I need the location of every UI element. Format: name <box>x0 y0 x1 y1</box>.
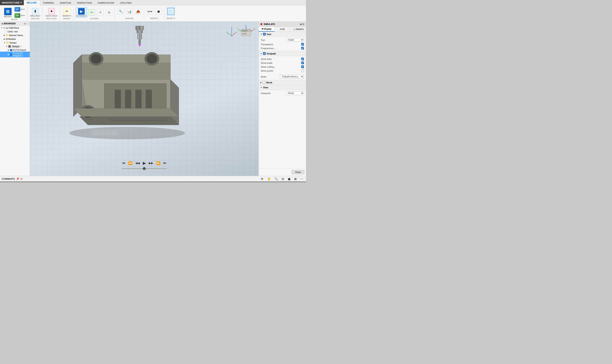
tree-item-face[interactable]: ▶ 🔵 [T171] Face2 <box>0 48 30 52</box>
svg-line-35 <box>226 32 232 36</box>
statistics-tab-label: Statistics <box>296 28 304 30</box>
comments-expand-icon[interactable]: ⊟ <box>20 177 23 180</box>
tool-library[interactable]: 🔧 <box>117 7 125 15</box>
show-leads-checkbox[interactable] <box>301 62 304 64</box>
playback-slider[interactable] <box>122 167 167 170</box>
viewpoint-select[interactable]: Model Top Front Side <box>286 91 304 95</box>
grid-button[interactable]: ⊞ <box>293 177 298 181</box>
template-button[interactable]: ⧉ <box>105 8 113 16</box>
svg-text:BACK: BACK <box>243 30 247 32</box>
tree-item-cam-root[interactable]: ▼ 👁 🗂 CAM Root <box>0 26 30 30</box>
orbit-button[interactable]: ⟳ <box>260 177 264 181</box>
gcode-button[interactable]: G1 <box>88 8 96 16</box>
setups-icon: 📁 <box>6 41 9 44</box>
drilling-button[interactable]: ⬇ DRILLING ▾ <box>29 7 41 18</box>
rewind-to-start-button[interactable]: ⏮ <box>122 161 126 165</box>
browser-tree: ▼ 👁 🗂 CAM Root 📄 Units: mm ▶ 📁 Named Vie… <box>0 26 30 176</box>
tool-label: Tool <box>261 39 265 41</box>
tab-display[interactable]: 👁 Display <box>259 27 275 32</box>
machine-library[interactable]: 📊 <box>126 7 133 15</box>
tree-item-setups[interactable]: ▼ 📁 Setups <box>0 41 30 45</box>
view-cube[interactable]: X Y Z BACK LEFT <box>237 25 255 43</box>
comments-bar: COMMENTS 📌 ⊟ ⟳ ✋ 🔍 ⊡ ▣ ⊞ ⋯ <box>0 176 306 182</box>
next-step-button[interactable]: ⏩ <box>156 161 161 166</box>
tab-milling[interactable]: MILLING <box>24 0 40 5</box>
browser-pin-icon[interactable]: ⊟ <box>24 23 26 25</box>
panel-expand-icon[interactable]: ⊞ <box>302 23 304 26</box>
face-icon: 🔵 <box>10 49 12 51</box>
transparent-checkbox[interactable] <box>301 43 304 46</box>
view-section-header[interactable]: ▼ View <box>259 85 306 90</box>
browser-menu-icon[interactable]: ⋯ <box>27 23 28 25</box>
tab-turning[interactable]: TURNING <box>40 1 57 5</box>
stock-expand-icon: ▶ <box>260 81 262 84</box>
prev-step-button[interactable]: ⏪ <box>128 161 133 166</box>
mode-label: Mode <box>261 76 266 78</box>
svg-point-18 <box>91 54 101 63</box>
select-button[interactable]: ⬚ <box>167 7 175 15</box>
simulate-action[interactable]: ▶ ACTIONS ▾ <box>76 7 87 18</box>
setup-button[interactable]: S SETUP ▾ <box>3 7 13 18</box>
toolpath-section-header[interactable]: ▼ Toolpath <box>259 51 306 56</box>
play-button[interactable]: ▶ <box>142 160 146 166</box>
toolpath-section-checkbox[interactable] <box>263 52 266 55</box>
tab-fabrication[interactable]: FABRICATION <box>95 1 117 5</box>
comments-pin-icon[interactable]: 📌 <box>16 177 19 180</box>
tree-item-adaptive[interactable]: ▶ 🔵 [T114] 2D Adaptive1 <box>0 52 30 57</box>
part-3d-view: |||||||||||||||| <box>51 38 206 141</box>
svg-marker-23 <box>73 108 179 117</box>
nc-button[interactable]: ≡ <box>97 8 104 16</box>
visibility-icon[interactable]: 👁 <box>3 27 5 29</box>
svg-rect-15 <box>135 90 141 108</box>
modify-button[interactable]: ✂ MODIFY ▾ <box>62 7 72 18</box>
fit-button[interactable]: ⊡ <box>281 177 285 181</box>
zoom-button[interactable]: 🔍 <box>273 177 279 181</box>
step-back-button[interactable]: ◀◀ <box>135 161 140 165</box>
browser-collapse-icon[interactable]: ◀ <box>1 23 3 25</box>
close-button[interactable]: Close <box>292 170 304 174</box>
show-points-checkbox[interactable] <box>301 69 304 72</box>
2d-button[interactable]: 2D 2D ▾ <box>14 6 26 12</box>
tree-item-units[interactable]: 📄 Units: mm <box>0 30 30 33</box>
slider-thumb[interactable] <box>143 167 146 170</box>
tool-section-header[interactable]: ▼ Tool <box>259 32 306 37</box>
tool-select[interactable]: Holder Tool None <box>286 38 304 42</box>
setup1-icon: ⚙ <box>8 45 11 48</box>
close-button-container: Close <box>259 168 306 176</box>
svg-point-2 <box>69 127 185 139</box>
step-fwd-button[interactable]: ▶▶ <box>148 161 154 165</box>
measure-button[interactable]: ⟺ <box>146 7 154 15</box>
tree-item-setup1[interactable]: ▼ ⚙ Setup1 ● <box>0 45 30 48</box>
viewport[interactable]: |||||||||||||||| <box>30 22 258 176</box>
tab-inspection[interactable]: INSPECTION <box>74 1 95 5</box>
mode-row: Mode Toolpath before p... Full toolpath … <box>261 74 304 79</box>
post-library[interactable]: 📤 <box>134 7 142 15</box>
multiaxis-button[interactable]: ✦ MULTI-AXIS ▾ <box>45 7 58 18</box>
manufacture-button[interactable]: MANUFACTURE ▾ <box>0 0 24 5</box>
tab-additive[interactable]: ADDITIVE <box>57 1 74 5</box>
programmed-checkbox[interactable] <box>301 47 304 50</box>
fwd-end-button[interactable]: ⏭ <box>163 161 167 165</box>
tree-item-named-views[interactable]: ▶ 📁 Named Views <box>0 33 30 37</box>
more-options-button[interactable]: ⋯ <box>299 177 304 181</box>
status-bar <box>0 182 306 182</box>
stock-section-checkbox[interactable] <box>263 81 265 84</box>
pan-button[interactable]: ✋ <box>266 177 272 181</box>
3d-button[interactable]: 3D 3D ▾ <box>14 13 26 18</box>
svg-text:||||||||||||||||: |||||||||||||||| <box>92 129 118 135</box>
tree-item-models[interactable]: ▶ 🗃 Models <box>0 37 30 41</box>
panel-pin-icon[interactable]: ◀ <box>300 23 301 26</box>
tab-info[interactable]: ℹ Info <box>275 27 291 32</box>
tab-utilities[interactable]: UTILITIES <box>117 1 135 5</box>
expand-setups-icon: ▼ <box>4 42 6 44</box>
show-links-checkbox[interactable] <box>301 58 304 60</box>
stock-section-header[interactable]: ▶ Stock <box>259 80 306 85</box>
named-views-folder-icon: 📁 <box>6 34 9 37</box>
inspect-button[interactable]: ▣ <box>155 7 163 15</box>
display-mode-button[interactable]: ▣ <box>287 177 292 181</box>
tool-section-checkbox[interactable] <box>263 33 266 36</box>
mode-select[interactable]: Toolpath before p... Full toolpath None <box>280 75 304 78</box>
statistics-tab-icon: 📊 <box>292 28 295 30</box>
tab-statistics[interactable]: 📊 Statistics <box>290 27 306 32</box>
show-cutting-checkbox[interactable] <box>301 65 304 68</box>
